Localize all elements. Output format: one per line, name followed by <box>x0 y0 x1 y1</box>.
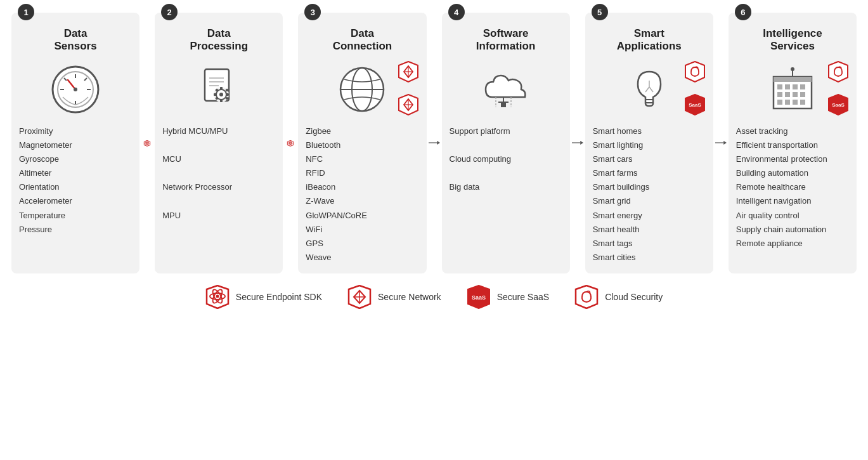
step-badge-3: 3 <box>304 4 321 20</box>
diagram: 1 DataSensors <box>10 13 858 273</box>
svg-marker-64 <box>723 141 727 145</box>
legend: Secure Endpoint SDK Secure Network SaaS … <box>10 285 858 309</box>
col-icon-area-1 <box>19 61 132 118</box>
arrow-connector-1 <box>141 133 153 152</box>
svg-point-21 <box>219 93 223 96</box>
legend-item-saas: SaaS Secure SaaS <box>467 285 550 309</box>
col-list-1: Proximity Magnetometer Gyroscope Altimet… <box>19 124 132 237</box>
saas-badge-6: SaaS <box>827 94 849 115</box>
saas-badge-5: SaaS <box>684 94 706 115</box>
col-list-2: Hybrid MCU/MPU MCU Network Processor MPU <box>162 124 275 223</box>
svg-rect-78 <box>800 100 805 105</box>
globe-icon <box>337 64 387 115</box>
col-title-3: DataConnection <box>333 25 392 55</box>
col-list-6: Asset tracking Efficient transportation … <box>736 124 849 251</box>
arrow-3 <box>429 13 440 273</box>
svg-rect-75 <box>777 100 782 105</box>
svg-point-9 <box>74 88 77 91</box>
column-data-processing: 2 DataProcessing <box>155 13 283 273</box>
svg-rect-71 <box>777 92 782 97</box>
svg-rect-24 <box>214 93 217 96</box>
svg-rect-68 <box>785 84 790 89</box>
cloud-badge-top-5 <box>684 61 706 82</box>
col-title-2: DataProcessing <box>190 25 248 55</box>
col-list-5: Smart homes Smart lighting Smart cars Sm… <box>593 124 706 265</box>
svg-rect-73 <box>793 92 798 97</box>
svg-rect-50 <box>501 102 506 107</box>
svg-rect-76 <box>785 100 790 105</box>
svg-marker-47 <box>437 141 440 145</box>
column-smart-applications: 5 SmartApplications <box>585 13 713 273</box>
arrow-5-svg <box>715 136 727 149</box>
svg-marker-54 <box>580 141 583 145</box>
legend-item-network: Secure Network <box>347 285 441 309</box>
svg-rect-66 <box>774 77 812 82</box>
col-icon-area-4 <box>450 61 562 118</box>
cloud-badge-top-6 <box>827 61 849 82</box>
step-badge-6: 6 <box>735 4 751 20</box>
column-intelligence-services: 6 IntelligenceServices <box>729 13 857 273</box>
step-badge-4: 4 <box>448 4 465 20</box>
svg-marker-60 <box>685 62 704 82</box>
bulb-icon <box>624 64 675 115</box>
legend-label-cloud: Cloud Security <box>605 292 663 302</box>
svg-rect-23 <box>220 99 223 102</box>
arrow-4-svg <box>572 136 583 149</box>
legend-label-network: Secure Network <box>378 292 441 302</box>
svg-rect-25 <box>226 93 229 96</box>
svg-rect-69 <box>793 84 798 89</box>
svg-text:SaaS: SaaS <box>832 102 845 108</box>
column-data-connection: 3 DataConnection <box>298 13 426 273</box>
svg-point-88 <box>216 294 219 298</box>
arrow-5 <box>715 13 727 273</box>
col-list-3: Zigbee Bluetooth NFC RFID iBeacon Z-Wave… <box>306 124 418 265</box>
legend-icon-cloud <box>574 285 599 309</box>
step-badge-2: 2 <box>161 4 178 20</box>
col-title-5: SmartApplications <box>617 25 682 55</box>
arrow-connector-2 <box>285 133 296 152</box>
column-data-sensors: 1 DataSensors <box>11 13 139 273</box>
legend-icon-saas: SaaS <box>467 285 491 309</box>
svg-rect-77 <box>793 100 798 105</box>
svg-marker-81 <box>829 62 848 82</box>
building-icon <box>767 64 818 115</box>
network-badge-bottom <box>398 94 419 115</box>
svg-point-14 <box>146 143 147 143</box>
legend-item-endpoint: Secure Endpoint SDK <box>205 285 322 309</box>
svg-rect-70 <box>800 84 805 89</box>
gauge-icon <box>50 64 101 115</box>
svg-point-80 <box>791 67 794 71</box>
col-icon-area-2 <box>162 61 275 118</box>
legend-icon-network <box>347 285 372 309</box>
svg-rect-72 <box>785 92 790 97</box>
svg-rect-67 <box>777 84 782 89</box>
cloud-icon <box>481 64 531 115</box>
svg-text:SaaS: SaaS <box>472 294 486 301</box>
col-icon-area-6: SaaS <box>736 61 849 118</box>
legend-item-cloud: Cloud Security <box>574 285 663 309</box>
arrow-3-svg <box>429 136 440 149</box>
step-badge-1: 1 <box>18 4 34 20</box>
svg-rect-22 <box>220 87 223 90</box>
col-title-1: DataSensors <box>55 25 97 55</box>
svg-marker-95 <box>576 286 597 308</box>
legend-icon-endpoint <box>205 285 230 309</box>
step-badge-5: 5 <box>592 4 608 20</box>
svg-point-34 <box>290 143 291 143</box>
legend-label-endpoint: Secure Endpoint SDK <box>236 292 322 302</box>
col-list-4: Support platform Cloud computing Big dat… <box>450 124 562 194</box>
legend-label-saas: Secure SaaS <box>497 292 550 302</box>
gears-icon <box>193 64 244 115</box>
col-title-4: SoftwareInformation <box>476 25 536 55</box>
col-icon-area-5: SaaS <box>593 61 706 118</box>
svg-rect-74 <box>800 92 805 97</box>
arrow-2 <box>285 13 296 273</box>
arrow-4 <box>572 13 583 273</box>
col-title-6: IntelligenceServices <box>763 25 822 55</box>
column-software-info: 4 SoftwareInformation Support platform C… <box>442 13 570 273</box>
col-icon-area-3 <box>306 61 418 118</box>
svg-text:SaaS: SaaS <box>689 102 701 108</box>
network-badge-top <box>398 61 419 82</box>
arrow-1 <box>141 13 153 273</box>
